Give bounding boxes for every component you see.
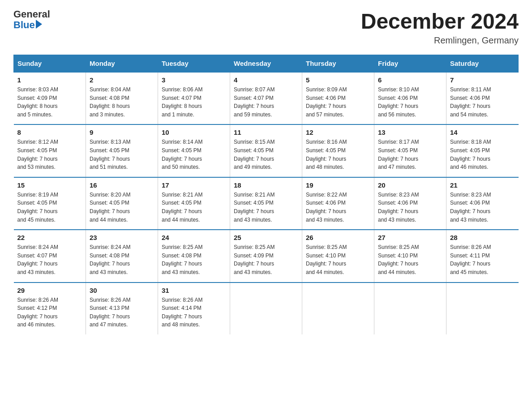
calendar-cell: 28Sunrise: 8:26 AM Sunset: 4:11 PM Dayli… <box>446 230 519 282</box>
day-number: 14 <box>450 128 515 136</box>
day-number: 5 <box>306 76 370 84</box>
day-info: Sunrise: 8:25 AM Sunset: 4:10 PM Dayligh… <box>306 243 370 276</box>
calendar-cell: 29Sunrise: 8:26 AM Sunset: 4:12 PM Dayli… <box>14 283 86 334</box>
calendar-cell: 20Sunrise: 8:23 AM Sunset: 4:06 PM Dayli… <box>374 177 446 230</box>
day-info: Sunrise: 8:12 AM Sunset: 4:05 PM Dayligh… <box>17 138 82 171</box>
day-number: 13 <box>378 128 442 136</box>
day-info: Sunrise: 8:10 AM Sunset: 4:06 PM Dayligh… <box>378 86 442 119</box>
calendar-cell: 19Sunrise: 8:22 AM Sunset: 4:06 PM Dayli… <box>302 177 374 230</box>
column-header-wednesday: Wednesday <box>230 55 302 73</box>
calendar-cell: 5Sunrise: 8:09 AM Sunset: 4:06 PM Daylig… <box>302 72 374 124</box>
calendar-cell: 23Sunrise: 8:24 AM Sunset: 4:08 PM Dayli… <box>86 230 158 282</box>
calendar-cell: 7Sunrise: 8:11 AM Sunset: 4:06 PM Daylig… <box>446 72 519 124</box>
day-info: Sunrise: 8:26 AM Sunset: 4:11 PM Dayligh… <box>450 243 515 276</box>
day-number: 12 <box>306 128 370 136</box>
page-header: General Blue December 2024 Remlingen, Ge… <box>13 9 519 46</box>
calendar-cell: 14Sunrise: 8:18 AM Sunset: 4:05 PM Dayli… <box>446 124 519 177</box>
calendar-cell: 13Sunrise: 8:17 AM Sunset: 4:05 PM Dayli… <box>374 124 446 177</box>
calendar-cell <box>302 283 374 334</box>
day-info: Sunrise: 8:26 AM Sunset: 4:12 PM Dayligh… <box>17 296 82 329</box>
day-info: Sunrise: 8:06 AM Sunset: 4:07 PM Dayligh… <box>162 86 226 119</box>
day-info: Sunrise: 8:11 AM Sunset: 4:06 PM Dayligh… <box>450 86 515 119</box>
day-info: Sunrise: 8:22 AM Sunset: 4:06 PM Dayligh… <box>306 191 370 224</box>
calendar-cell: 30Sunrise: 8:26 AM Sunset: 4:13 PM Dayli… <box>86 283 158 334</box>
day-number: 6 <box>378 76 442 84</box>
calendar-cell: 12Sunrise: 8:16 AM Sunset: 4:05 PM Dayli… <box>302 124 374 177</box>
calendar-cell: 21Sunrise: 8:23 AM Sunset: 4:06 PM Dayli… <box>446 177 519 230</box>
day-info: Sunrise: 8:17 AM Sunset: 4:05 PM Dayligh… <box>378 138 442 171</box>
location: Remlingen, Germany <box>361 35 519 46</box>
calendar-cell: 26Sunrise: 8:25 AM Sunset: 4:10 PM Dayli… <box>302 230 374 282</box>
day-info: Sunrise: 8:03 AM Sunset: 4:09 PM Dayligh… <box>17 86 82 119</box>
day-info: Sunrise: 8:07 AM Sunset: 4:07 PM Dayligh… <box>234 86 298 119</box>
calendar-cell: 24Sunrise: 8:25 AM Sunset: 4:08 PM Dayli… <box>158 230 230 282</box>
day-number: 20 <box>378 181 442 189</box>
day-number: 21 <box>450 181 515 189</box>
day-number: 31 <box>162 287 226 294</box>
day-number: 22 <box>17 234 82 241</box>
day-info: Sunrise: 8:24 AM Sunset: 4:08 PM Dayligh… <box>90 243 154 276</box>
day-info: Sunrise: 8:23 AM Sunset: 4:06 PM Dayligh… <box>450 191 515 224</box>
calendar-week-2: 8Sunrise: 8:12 AM Sunset: 4:05 PM Daylig… <box>14 124 519 177</box>
calendar-cell <box>374 283 446 334</box>
day-number: 24 <box>162 234 226 241</box>
column-header-monday: Monday <box>86 55 158 73</box>
day-number: 16 <box>90 181 154 189</box>
day-info: Sunrise: 8:09 AM Sunset: 4:06 PM Dayligh… <box>306 86 370 119</box>
column-header-saturday: Saturday <box>446 55 519 73</box>
day-number: 26 <box>306 234 370 241</box>
day-info: Sunrise: 8:13 AM Sunset: 4:05 PM Dayligh… <box>90 138 154 171</box>
day-number: 3 <box>162 76 226 84</box>
day-info: Sunrise: 8:26 AM Sunset: 4:14 PM Dayligh… <box>162 296 226 329</box>
calendar-cell: 10Sunrise: 8:14 AM Sunset: 4:05 PM Dayli… <box>158 124 230 177</box>
calendar-cell: 18Sunrise: 8:21 AM Sunset: 4:05 PM Dayli… <box>230 177 302 230</box>
day-info: Sunrise: 8:25 AM Sunset: 4:09 PM Dayligh… <box>234 243 298 276</box>
day-number: 9 <box>90 128 154 136</box>
calendar-cell <box>446 283 519 334</box>
day-number: 11 <box>234 128 298 136</box>
day-info: Sunrise: 8:15 AM Sunset: 4:05 PM Dayligh… <box>234 138 298 171</box>
calendar-cell: 4Sunrise: 8:07 AM Sunset: 4:07 PM Daylig… <box>230 72 302 124</box>
day-info: Sunrise: 8:24 AM Sunset: 4:07 PM Dayligh… <box>17 243 82 276</box>
day-info: Sunrise: 8:19 AM Sunset: 4:05 PM Dayligh… <box>17 191 82 224</box>
day-number: 15 <box>17 181 82 189</box>
calendar-cell: 11Sunrise: 8:15 AM Sunset: 4:05 PM Dayli… <box>230 124 302 177</box>
calendar-cell: 3Sunrise: 8:06 AM Sunset: 4:07 PM Daylig… <box>158 72 230 124</box>
column-header-thursday: Thursday <box>302 55 374 73</box>
day-number: 19 <box>306 181 370 189</box>
calendar-cell: 1Sunrise: 8:03 AM Sunset: 4:09 PM Daylig… <box>14 72 86 124</box>
column-header-friday: Friday <box>374 55 446 73</box>
day-number: 25 <box>234 234 298 241</box>
day-info: Sunrise: 8:25 AM Sunset: 4:10 PM Dayligh… <box>378 243 442 276</box>
month-title: December 2024 <box>361 9 519 34</box>
calendar-table: SundayMondayTuesdayWednesdayThursdayFrid… <box>13 55 519 334</box>
calendar-cell: 9Sunrise: 8:13 AM Sunset: 4:05 PM Daylig… <box>86 124 158 177</box>
day-info: Sunrise: 8:20 AM Sunset: 4:05 PM Dayligh… <box>90 191 154 224</box>
day-number: 17 <box>162 181 226 189</box>
calendar-week-5: 29Sunrise: 8:26 AM Sunset: 4:12 PM Dayli… <box>14 283 519 334</box>
day-info: Sunrise: 8:26 AM Sunset: 4:13 PM Dayligh… <box>90 296 154 329</box>
title-section: December 2024 Remlingen, Germany <box>361 9 519 46</box>
column-header-tuesday: Tuesday <box>158 55 230 73</box>
calendar-cell: 2Sunrise: 8:04 AM Sunset: 4:08 PM Daylig… <box>86 72 158 124</box>
calendar-cell: 6Sunrise: 8:10 AM Sunset: 4:06 PM Daylig… <box>374 72 446 124</box>
day-info: Sunrise: 8:21 AM Sunset: 4:05 PM Dayligh… <box>234 191 298 224</box>
day-number: 18 <box>234 181 298 189</box>
day-number: 8 <box>17 128 82 136</box>
logo-general: General <box>13 9 50 20</box>
logo-arrow-icon <box>36 20 42 29</box>
day-info: Sunrise: 8:16 AM Sunset: 4:05 PM Dayligh… <box>306 138 370 171</box>
day-number: 30 <box>90 287 154 294</box>
day-number: 23 <box>90 234 154 241</box>
day-info: Sunrise: 8:18 AM Sunset: 4:05 PM Dayligh… <box>450 138 515 171</box>
calendar-cell: 25Sunrise: 8:25 AM Sunset: 4:09 PM Dayli… <box>230 230 302 282</box>
day-info: Sunrise: 8:23 AM Sunset: 4:06 PM Dayligh… <box>378 191 442 224</box>
day-number: 2 <box>90 76 154 84</box>
logo: General Blue <box>13 9 50 30</box>
calendar-cell: 8Sunrise: 8:12 AM Sunset: 4:05 PM Daylig… <box>14 124 86 177</box>
day-info: Sunrise: 8:21 AM Sunset: 4:05 PM Dayligh… <box>162 191 226 224</box>
calendar-week-4: 22Sunrise: 8:24 AM Sunset: 4:07 PM Dayli… <box>14 230 519 282</box>
calendar-cell <box>230 283 302 334</box>
calendar-cell: 17Sunrise: 8:21 AM Sunset: 4:05 PM Dayli… <box>158 177 230 230</box>
day-number: 1 <box>17 76 82 84</box>
